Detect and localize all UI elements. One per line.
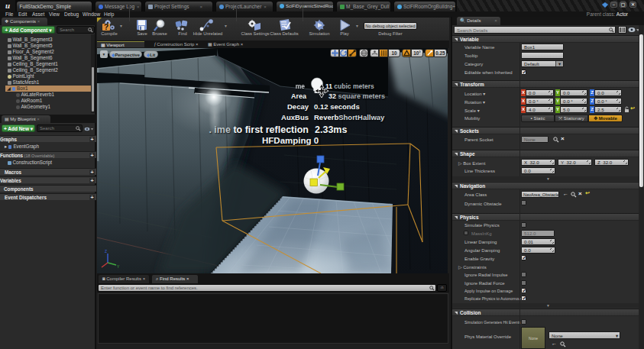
svg-text:2.33ms: 2.33ms (315, 124, 347, 135)
svg-text:11 cubic meters: 11 cubic meters (325, 82, 374, 90)
svg-text:0.12 seconds: 0.12 seconds (314, 102, 360, 111)
svg-text:HFDamping 0: HFDamping 0 (262, 136, 319, 145)
svg-text:. ime to first reflection: . ime to first reflection (209, 124, 309, 135)
svg-text:Area: Area (291, 92, 307, 100)
svg-text:Z: Z (105, 249, 107, 254)
svg-text:Decay: Decay (287, 102, 309, 111)
svg-text:?: ? (104, 23, 108, 31)
svg-text:AuxBus: AuxBus (281, 113, 309, 121)
svg-text:ReverbShortHallway: ReverbShortHallway (314, 113, 385, 121)
svg-text:me: me (296, 82, 306, 90)
svg-text:32 square meters: 32 square meters (328, 92, 385, 100)
